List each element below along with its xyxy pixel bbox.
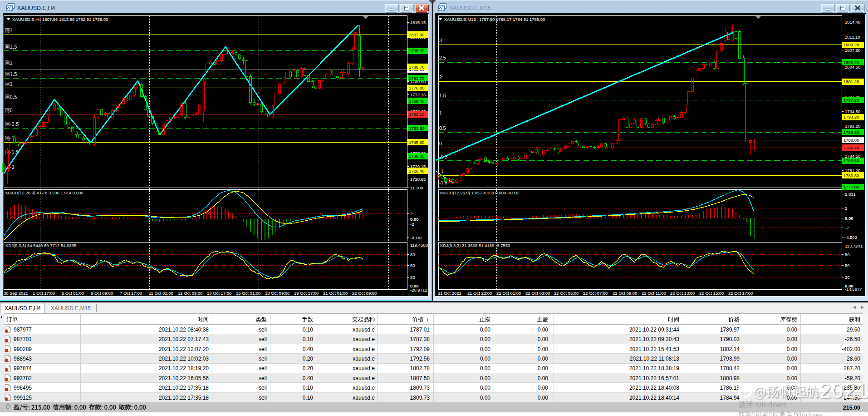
svg-text:2021: 2021 xyxy=(819,379,868,402)
